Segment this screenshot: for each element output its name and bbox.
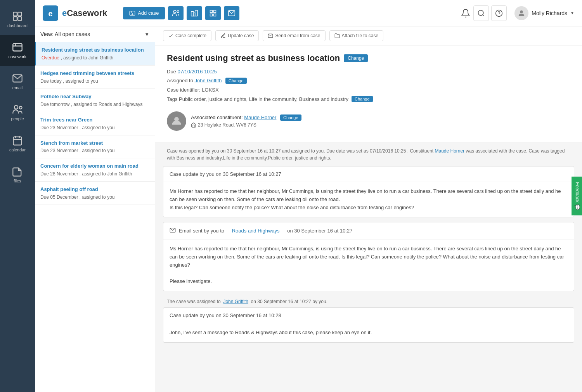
case-item-title: Concern for elderly woman on main road	[40, 163, 149, 170]
case-assignee: you	[107, 194, 114, 200]
sidebar-item-people[interactable]: people	[0, 97, 35, 128]
svg-rect-25	[210, 10, 213, 12]
case-body: Resident using street as business locati…	[155, 45, 582, 143]
svg-rect-0	[14, 12, 17, 16]
assignee-link[interactable]: John Griffith	[195, 78, 222, 83]
constituent-name-link[interactable]: Maude Horner	[244, 114, 276, 120]
sidebar: dashboard casework email people calendar…	[0, 0, 35, 392]
content-area: View: All open cases ▼ Resident using st…	[35, 26, 582, 392]
timeline-card-2-body: John, I've sent a message to Roads & Hig…	[163, 323, 574, 342]
sidebar-item-dashboard[interactable]: dashboard	[0, 4, 35, 35]
svg-point-30	[478, 10, 483, 15]
history-constituent-link[interactable]: Maude Horner	[435, 148, 464, 154]
attach-file-label: Attach file to case	[342, 33, 379, 38]
manage-users-button[interactable]	[168, 6, 184, 20]
svg-line-31	[483, 14, 484, 16]
timeline-card: Case update by you on 30 September 16 at…	[163, 166, 574, 217]
case-history-note: Case was opened by you on 30 September 1…	[155, 143, 582, 166]
feedback-tab[interactable]: Feedback 💬	[572, 177, 582, 215]
change-constituent-button[interactable]: Change	[280, 114, 301, 121]
svg-point-21	[177, 10, 179, 12]
case-assigned: Assigned to John Griffith Change	[167, 78, 570, 84]
svg-rect-10	[14, 137, 22, 145]
svg-text:e: e	[48, 9, 52, 18]
help-button[interactable]	[491, 5, 507, 21]
case-item-title: Pothole near Subway	[40, 94, 149, 100]
cases-list: Resident using street as business locati…	[35, 42, 155, 392]
case-timeline: Case was opened by you on 30 September 1…	[155, 143, 582, 355]
email-recipient-link[interactable]: Roads and Highways	[232, 228, 280, 234]
change-title-button[interactable]: Change	[344, 54, 368, 62]
case-complete-button[interactable]: Case complete	[163, 30, 211, 41]
sidebar-item-email[interactable]: email	[0, 66, 35, 97]
app-logo-icon: e	[43, 5, 58, 21]
sidebar-item-calendar-label: calendar	[9, 147, 26, 152]
add-case-label: Add case	[138, 10, 159, 16]
address-text: 23 Hoylake Road, WV6 7YS	[198, 122, 256, 128]
svg-rect-27	[210, 14, 213, 16]
cases-panel: View: All open cases ▼ Resident using st…	[35, 26, 155, 392]
case-item-meta: Due tomorrow , assigned to Roads and Hig…	[40, 102, 149, 107]
cases-header: View: All open cases ▼	[35, 26, 155, 42]
overdue-badge: Overdue	[42, 55, 59, 61]
svg-rect-23	[195, 10, 198, 16]
associated-constituent-label: Associated constituent:	[191, 114, 243, 120]
notifications-bell[interactable]	[458, 5, 473, 21]
user-name: Molly Richards	[532, 10, 567, 16]
update-case-label: Update case	[228, 33, 254, 38]
list-item[interactable]: Trim trees near Green Due 23 November , …	[35, 112, 155, 135]
case-assignee: Roads and Highways	[99, 102, 142, 107]
sidebar-item-email-label: email	[12, 85, 23, 90]
case-item-title: Stench from market street	[40, 140, 149, 147]
svg-point-9	[19, 106, 22, 109]
update-case-button[interactable]: Update case	[215, 30, 259, 41]
app-name: eCasework	[62, 8, 107, 18]
sidebar-item-files-label: files	[14, 179, 21, 183]
email-header-button[interactable]	[224, 6, 239, 20]
case-toolbar: Case complete Update case Send email fro…	[155, 26, 582, 45]
case-item-meta: Due 23 November , assigned to you	[40, 148, 149, 153]
assignment-link[interactable]: John Griffith	[223, 299, 248, 304]
constituent-info: Associated constituent: Maude Horner Cha…	[191, 114, 301, 128]
case-assignee: you	[90, 78, 98, 84]
email-card-header: Email sent by you to Roads and Highways …	[163, 222, 574, 239]
sidebar-item-casework[interactable]: casework	[0, 35, 35, 66]
svg-point-8	[14, 106, 18, 109]
send-email-button[interactable]: Send email from case	[263, 30, 325, 41]
list-item[interactable]: Resident using street as business locati…	[35, 42, 155, 66]
case-due-date: Due 07/10/2016 10:25	[167, 69, 570, 75]
case-item-meta: Due 23 November , assigned to you	[40, 125, 149, 130]
change-assignee-button[interactable]: Change	[225, 78, 247, 84]
case-assignee: John Griffith	[88, 55, 113, 61]
case-assignee: you	[107, 125, 114, 130]
list-item[interactable]: Asphalt peeling off road Due 05 December…	[35, 182, 155, 205]
case-complete-label: Case complete	[175, 33, 206, 38]
timeline-card-header: Case update by you on 30 September 16 at…	[163, 167, 574, 182]
list-item[interactable]: Stench from market street Due 23 Novembe…	[35, 135, 155, 159]
grid-button[interactable]	[205, 6, 221, 20]
list-item[interactable]: Pothole near Subway Due tomorrow , assig…	[35, 89, 155, 112]
cases-header-chevron[interactable]: ▼	[144, 31, 149, 37]
email-icon	[170, 227, 176, 234]
sidebar-item-casework-label: casework	[9, 54, 26, 59]
team-button[interactable]	[187, 6, 202, 20]
svg-rect-24	[193, 13, 195, 16]
case-item-meta: Due 28 November , assigned to John Griff…	[40, 171, 149, 177]
attach-file-button[interactable]: Attach file to case	[329, 30, 384, 41]
email-card-body: Ms Horner has reported to me that her ne…	[163, 239, 574, 291]
svg-rect-2	[14, 17, 17, 20]
constituent-address: 23 Hoylake Road, WV6 7YS	[191, 122, 301, 128]
change-tags-button[interactable]: Change	[352, 96, 373, 102]
search-button[interactable]	[473, 5, 489, 21]
chevron-down-icon: ▼	[570, 11, 574, 15]
sidebar-item-calendar[interactable]: calendar	[0, 128, 35, 159]
header-actions: Add case	[123, 6, 291, 20]
user-menu[interactable]: Molly Richards ▼	[514, 6, 574, 20]
due-date-link[interactable]: 07/10/2016 10:25	[177, 69, 217, 75]
list-item[interactable]: Concern for elderly woman on main road D…	[35, 158, 155, 182]
list-item[interactable]: Hedges need trimming between streets Due…	[35, 66, 155, 89]
timeline-card-body: Ms Horner has reported to me that her ne…	[163, 182, 574, 217]
sidebar-item-files[interactable]: files	[0, 159, 35, 190]
add-case-button[interactable]: Add case	[123, 7, 165, 19]
feedback-icon: 💬	[575, 204, 580, 210]
